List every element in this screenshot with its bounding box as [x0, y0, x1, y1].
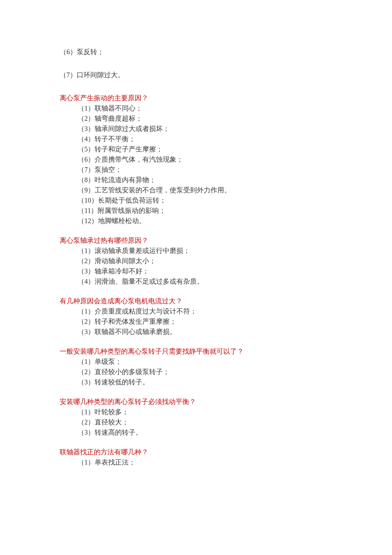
list-item: （4）转子不平衡；	[60, 134, 332, 144]
list-item: （2）转子和壳体发生严重摩擦；	[60, 317, 332, 327]
list-item: （2）轴弯曲度超标；	[60, 113, 332, 124]
section-heading: 一般安装哪几种类型的离心泵转子只需要找静平衡就可以了？	[60, 346, 332, 357]
list-item: （1）单表找正法；	[60, 457, 332, 468]
list-item: （2）滑动轴承间隙太小；	[60, 256, 332, 266]
section-heading: 安装哪几种类型的离心泵转子必须找动平衡？	[60, 397, 332, 407]
section-vibration: 离心泵产生振动的主要原因？ （1）联轴器不同心； （2）轴弯曲度超标； （3）轴…	[60, 93, 332, 226]
section-static-balance: 一般安装哪几种类型的离心泵转子只需要找静平衡就可以了？ （1）单级泵； （2）直…	[60, 346, 332, 387]
list-item: （6）介质携带气体，有汽蚀现象；	[60, 154, 332, 165]
list-item: （3）联轴器不同心或轴承磨损。	[60, 327, 332, 337]
section-heading: 离心泵轴承过热有哪些原因？	[60, 235, 332, 246]
list-item: （1）介质重度或粘度过大与设计不符；	[60, 306, 332, 317]
list-item: （5）转子和定子产生摩擦；	[60, 144, 332, 154]
list-item: （2）直径较大；	[60, 417, 332, 427]
list-item: （12）地脚螺栓松动。	[60, 216, 332, 226]
section-dynamic-balance: 安装哪几种类型的离心泵转子必须找动平衡？ （1）叶轮较多； （2）直径较大； （…	[60, 397, 332, 438]
section-heading: 离心泵产生振动的主要原因？	[60, 93, 332, 103]
section-bearing-heat: 离心泵轴承过热有哪些原因？ （1）滚动轴承质量差或运行中磨损； （2）滑动轴承间…	[60, 235, 332, 287]
list-item: （4）润滑油、脂量不足或过多或有杂质。	[60, 276, 332, 287]
standalone-item: （7）口环间隙过大。	[60, 70, 332, 80]
list-item: （2）直径较小的多级泵转子；	[60, 367, 332, 377]
section-coupling-alignment: 联轴器找正的方法有哪几种？ （1）单表找正法；	[60, 447, 332, 468]
list-item: （1）滚动轴承质量差或运行中磨损；	[60, 246, 332, 256]
list-item: （3）轴承间隙过大或者损坏；	[60, 124, 332, 134]
list-item: （1）叶轮较多；	[60, 407, 332, 417]
list-item: （11）附属管线振动的影响；	[60, 206, 332, 216]
list-item: （3）转速较低的转子。	[60, 377, 332, 387]
document-page: （6）泵反转； （7）口环间隙过大。 离心泵产生振动的主要原因？ （1）联轴器不…	[0, 0, 392, 502]
list-item: （7）泵抽空；	[60, 165, 332, 175]
list-item: （8）叶轮流道内有异物；	[60, 175, 332, 185]
section-heading: 联轴器找正的方法有哪几种？	[60, 447, 332, 457]
list-item: （3）转速高的转子。	[60, 427, 332, 438]
list-item: （9）工艺管线安装的不合理，使泵受到外力作用。	[60, 185, 332, 195]
standalone-item: （6）泵反转；	[60, 47, 332, 57]
list-item: （10）长期处于低负荷运转；	[60, 195, 332, 206]
list-item: （1）联轴器不同心；	[60, 103, 332, 113]
section-heading: 有几种原因会造成离心泵电机电流过大？	[60, 296, 332, 306]
list-item: （1）单级泵；	[60, 357, 332, 367]
list-item: （3）轴承箱冷却不好；	[60, 266, 332, 276]
section-motor-current: 有几种原因会造成离心泵电机电流过大？ （1）介质重度或粘度过大与设计不符； （2…	[60, 296, 332, 337]
